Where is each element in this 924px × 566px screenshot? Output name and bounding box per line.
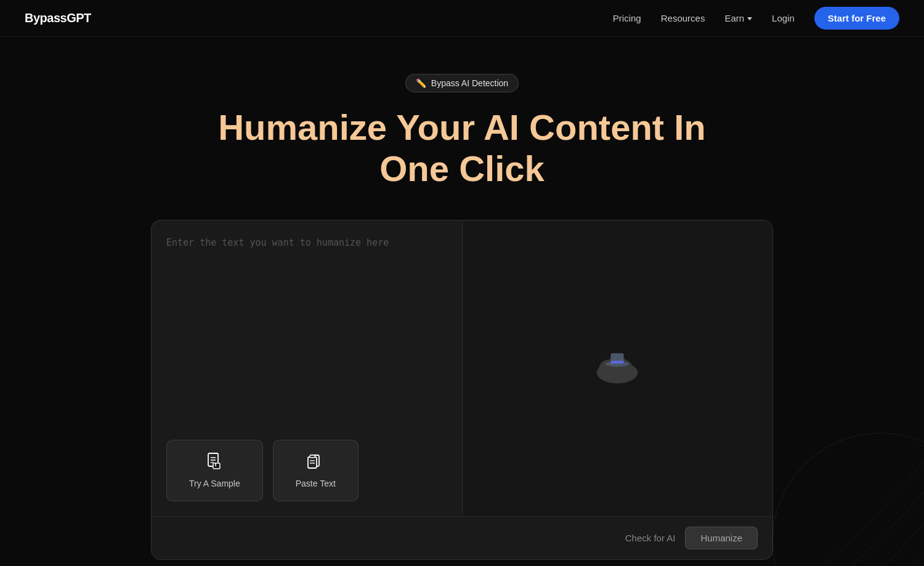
cloud-illustration: [586, 344, 648, 393]
svg-rect-8: [308, 457, 317, 468]
chevron-down-icon: [747, 17, 752, 20]
start-for-free-button[interactable]: Start for Free: [814, 7, 899, 30]
document-icon: [207, 453, 222, 472]
nav-earn-label: Earn: [724, 13, 744, 23]
paste-text-button[interactable]: Paste Text: [273, 440, 359, 501]
editor-container: Try A Sample: [151, 220, 773, 560]
badge-text: Bypass AI Detection: [431, 78, 508, 88]
nav-item-pricing[interactable]: Pricing: [613, 13, 641, 23]
svg-rect-9: [310, 455, 315, 458]
nav-item-resources[interactable]: Resources: [661, 13, 705, 23]
navbar: BypassGPT Pricing Resources Earn Login S…: [0, 0, 924, 37]
editor-left-panel: Try A Sample: [152, 220, 463, 516]
editor-right-panel: [463, 220, 773, 516]
nav-item-earn[interactable]: Earn: [724, 13, 752, 23]
try-sample-button[interactable]: Try A Sample: [166, 440, 263, 501]
nav-links: Pricing Resources Earn Login Start for F…: [613, 7, 899, 30]
paste-text-label: Paste Text: [296, 479, 336, 488]
svg-rect-18: [611, 361, 624, 363]
hero-title: Humanize Your AI Content In One Click: [209, 107, 715, 189]
logo[interactable]: BypassGPT: [25, 11, 91, 25]
hero-section: ✏️ Bypass AI Detection Humanize Your AI …: [0, 37, 924, 566]
action-buttons: Try A Sample: [166, 440, 447, 501]
editor-bottom-bar: Check for AI Humanize: [152, 516, 772, 559]
editor-panels: Try A Sample: [152, 220, 772, 516]
clipboard-icon: [307, 453, 323, 472]
nav-pricing-label: Pricing: [613, 13, 641, 23]
nav-login[interactable]: Login: [772, 13, 795, 23]
try-sample-label: Try A Sample: [189, 479, 240, 488]
pencil-icon: ✏️: [416, 78, 426, 88]
humanize-button[interactable]: Humanize: [685, 527, 758, 549]
text-input[interactable]: [166, 235, 447, 427]
check-for-ai-label: Check for AI: [625, 533, 676, 543]
nav-resources-label: Resources: [661, 13, 705, 23]
bypass-badge: ✏️ Bypass AI Detection: [405, 74, 519, 92]
